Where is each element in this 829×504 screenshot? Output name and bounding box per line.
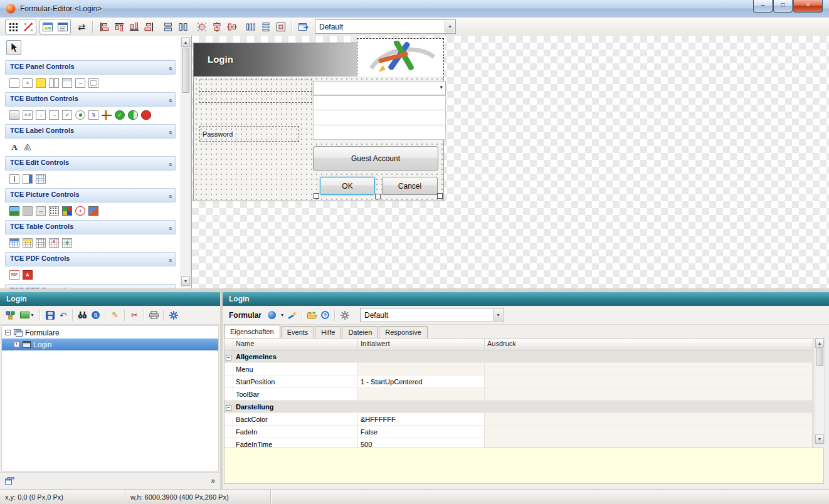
cancel-button[interactable]: Cancel — [382, 177, 438, 195]
combobox-dropdown-icon[interactable]: ▾ — [440, 84, 443, 90]
pdf-viewer-control-icon[interactable]: PDF — [9, 270, 19, 280]
pattern-control-icon[interactable] — [49, 206, 59, 216]
toolbox-section-edit-controls[interactable]: TCE Edit Controls » — [5, 156, 176, 171]
collapse-group-icon[interactable]: − — [226, 355, 231, 360]
toggle-switch-control-icon[interactable] — [128, 110, 138, 120]
property-expression[interactable] — [485, 363, 813, 375]
same-width-icon[interactable] — [161, 19, 176, 34]
password-label[interactable]: Password — [199, 126, 299, 142]
distribute-vertical-icon[interactable] — [258, 19, 273, 34]
more-panels-button[interactable]: » — [211, 476, 215, 485]
record-button-control-icon[interactable] — [141, 110, 151, 120]
plain-table-control-icon[interactable] — [36, 238, 46, 248]
property-row[interactable]: FadeIn False — [224, 426, 813, 438]
scroll-down-icon[interactable]: ▼ — [815, 434, 824, 444]
scrollbar-thumb[interactable] — [182, 48, 189, 93]
az-button-control-icon[interactable]: A-Z — [23, 110, 33, 120]
style-icon[interactable]: S — [89, 308, 102, 322]
collapse-section-icon[interactable]: » — [164, 226, 176, 230]
spinner-control-icon[interactable]: ⇅ — [88, 110, 98, 120]
label-placeholder[interactable] — [199, 80, 312, 92]
scroll-down-icon[interactable]: ▼ — [181, 276, 190, 286]
toolbox-section-label-controls[interactable]: TCE Label Controls » — [5, 124, 176, 139]
styled-table-control-icon[interactable] — [23, 238, 33, 248]
property-group-row[interactable]: − Darstellung — [224, 401, 813, 413]
scrollbar-thumb[interactable] — [816, 349, 823, 366]
rename-icon[interactable]: ✎ — [108, 308, 122, 322]
hotspot-control-icon[interactable]: + — [75, 206, 85, 216]
property-expression[interactable] — [485, 413, 813, 425]
property-row[interactable]: ToolBar — [224, 388, 813, 401]
panel-control-icon[interactable] — [9, 78, 19, 88]
textbox-control-icon[interactable] — [9, 174, 19, 184]
property-expression[interactable] — [485, 388, 813, 400]
new-form-dropdown[interactable]: ▾ — [17, 308, 37, 322]
placeholder-image-control-icon[interactable] — [23, 206, 33, 216]
property-value[interactable]: &HFFFFFF — [358, 413, 485, 425]
resize-handle[interactable] — [314, 193, 319, 199]
open-folder-icon[interactable] — [305, 308, 319, 322]
property-row[interactable]: StartPosition 1 - StartUpCentered — [224, 375, 813, 388]
save-icon[interactable] — [43, 308, 56, 322]
slider-control-icon[interactable] — [102, 110, 112, 120]
align-bottom-icon[interactable] — [127, 19, 142, 34]
label-control-icon[interactable]: A — [9, 142, 19, 152]
form-preview-icon[interactable] — [40, 19, 55, 34]
frame-control-icon[interactable] — [88, 78, 98, 88]
form-object-icon[interactable] — [265, 308, 278, 322]
collapse-section-icon[interactable]: » — [164, 130, 176, 134]
splitter-control-icon[interactable] — [49, 78, 59, 88]
outlined-label-control-icon[interactable]: A — [23, 142, 33, 152]
radio-button-control-icon[interactable] — [75, 110, 85, 120]
tab-eigenschaften[interactable]: Eigenschaften — [224, 325, 280, 338]
property-group-row[interactable]: − Allgemeines — [224, 350, 813, 363]
collapse-node-icon[interactable]: − — [5, 330, 11, 335]
gear-icon[interactable] — [338, 308, 351, 322]
table-control-icon[interactable] — [9, 238, 19, 248]
align-left-icon[interactable] — [97, 19, 112, 34]
property-name[interactable]: StartPosition — [233, 375, 358, 387]
column-header-initialwert[interactable]: Initialwert — [358, 339, 485, 350]
property-value[interactable] — [358, 388, 485, 400]
collapse-section-icon[interactable]: » — [164, 258, 176, 262]
scroll-into-view-icon[interactable] — [296, 19, 311, 34]
checkbox-control-icon[interactable]: ✓ — [62, 110, 72, 120]
property-expression[interactable] — [485, 375, 813, 387]
resize-handle[interactable] — [375, 194, 381, 199]
wizard-icon[interactable] — [286, 308, 299, 322]
selected-image-control[interactable] — [357, 38, 444, 78]
center-horizontal-icon[interactable] — [209, 19, 224, 34]
guest-account-button[interactable]: Guest Account — [313, 146, 438, 171]
help-icon[interactable]: ? — [319, 308, 332, 322]
form-combobox[interactable]: ▾ — [313, 81, 446, 95]
combobox-dropdown-icon[interactable]: ▾ — [493, 309, 503, 321]
image-align-control-icon[interactable]: ↔ — [36, 206, 46, 216]
property-row[interactable]: BackColor &HFFFFFF — [224, 413, 813, 426]
center-in-form-icon[interactable] — [273, 19, 288, 34]
label-placeholder[interactable] — [199, 91, 312, 103]
stacked-forms-icon[interactable] — [5, 477, 14, 485]
column-header-ausdruck[interactable]: Ausdruck — [485, 339, 813, 350]
dropdown-button-control-icon[interactable]: ↓ — [36, 110, 46, 120]
minimize-button[interactable]: – — [753, 0, 773, 13]
toolbox-section-button-controls[interactable]: TCE Button Controls » — [5, 92, 176, 107]
toolbox-scrollbar[interactable]: ▲ ▼ — [181, 37, 191, 286]
property-value[interactable]: False — [358, 426, 485, 438]
tab-responsive[interactable]: Responsive — [379, 326, 427, 338]
property-row[interactable]: Menu — [224, 363, 813, 375]
tab-panel-control-icon[interactable] — [62, 78, 72, 88]
form-textfield[interactable] — [313, 110, 446, 125]
tab-hilfe[interactable]: Hilfe — [315, 326, 341, 338]
undo-icon[interactable]: ↶ — [56, 308, 70, 322]
ok-button[interactable]: OK — [320, 177, 375, 195]
color-squares-control-icon[interactable] — [62, 206, 72, 216]
property-name[interactable]: Menu — [233, 363, 358, 375]
form-textfield[interactable] — [313, 125, 446, 140]
combobox-dropdown-icon[interactable]: ▾ — [445, 21, 455, 33]
toolbox-section-table-controls[interactable]: TCE Table Controls » — [5, 220, 176, 234]
show-grid-icon[interactable] — [6, 19, 21, 34]
align-top-icon[interactable] — [112, 19, 127, 34]
align-right-icon[interactable] — [142, 19, 157, 34]
settings-icon[interactable] — [167, 308, 180, 322]
delete-icon[interactable]: ✂ — [128, 308, 141, 322]
